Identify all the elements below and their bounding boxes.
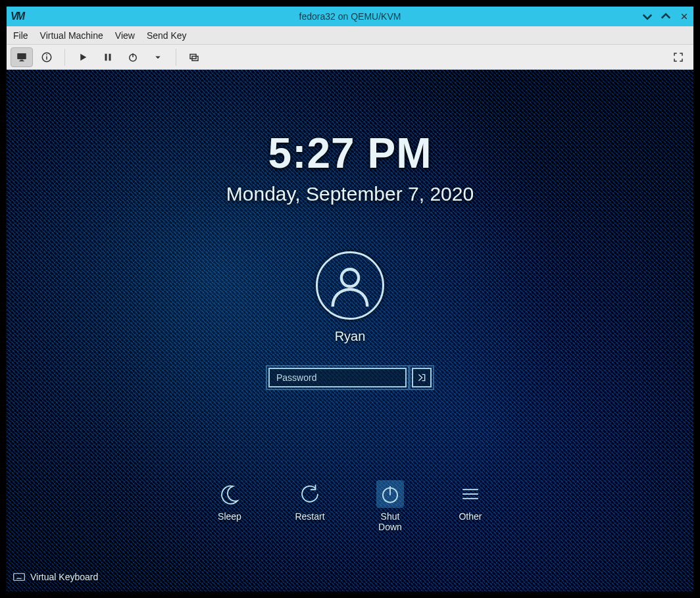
svg-rect-5 xyxy=(46,54,47,55)
power-restart-label: Restart xyxy=(295,512,324,522)
pause-icon xyxy=(102,51,114,63)
virtual-keyboard-label: Virtual Keyboard xyxy=(30,572,98,582)
monitor-icon xyxy=(16,51,28,63)
menu-virtual-machine[interactable]: Virtual Machine xyxy=(40,30,103,41)
sleep-icon xyxy=(216,480,243,508)
play-icon xyxy=(77,51,89,63)
power-shutdown[interactable]: Shut Down xyxy=(367,480,413,532)
titlebar: VM fedora32 on QEMU/KVM xyxy=(7,7,693,26)
console-view-button[interactable] xyxy=(11,47,33,67)
chevron-down-icon xyxy=(641,10,654,23)
power-icon xyxy=(127,51,139,63)
fullscreen-icon xyxy=(672,51,684,63)
login-submit-button[interactable] xyxy=(412,368,432,387)
caret-down-icon xyxy=(152,51,164,63)
window-controls xyxy=(641,10,691,23)
menu-view[interactable]: View xyxy=(115,30,135,41)
password-row xyxy=(268,368,432,387)
guest-display[interactable]: 5:27 PM Monday, September 7, 2020 Ryan xyxy=(7,70,693,591)
power-other[interactable]: Other xyxy=(447,480,493,532)
svg-point-12 xyxy=(341,269,359,286)
window-inner: VM fedora32 on QEMU/KVM File Virtual Mac… xyxy=(7,7,693,591)
window-title: fedora32 on QEMU/KVM xyxy=(7,11,693,22)
toolbar xyxy=(7,45,693,70)
close-icon xyxy=(680,12,688,20)
minimize-button[interactable] xyxy=(641,10,654,23)
enter-icon xyxy=(416,372,427,383)
shutdown-button[interactable] xyxy=(122,47,144,67)
details-view-button[interactable] xyxy=(36,47,58,67)
menu-file[interactable]: File xyxy=(13,30,28,41)
info-icon xyxy=(41,51,53,63)
snapshots-icon xyxy=(188,51,200,63)
svg-rect-7 xyxy=(109,53,111,61)
power-sleep[interactable]: Sleep xyxy=(207,480,253,532)
snapshots-button[interactable] xyxy=(183,47,205,67)
svg-rect-1 xyxy=(20,59,24,61)
restart-icon xyxy=(296,480,324,508)
password-input[interactable] xyxy=(268,368,407,387)
virt-manager-logo-icon: VM xyxy=(11,11,24,22)
avatar xyxy=(316,251,384,320)
shutdown-icon xyxy=(376,480,404,508)
svg-rect-18 xyxy=(14,574,25,581)
shutdown-menu-button[interactable] xyxy=(147,47,169,67)
toolbar-separator xyxy=(64,49,65,66)
other-icon xyxy=(457,480,484,508)
power-shutdown-label: Shut Down xyxy=(378,512,402,532)
run-button[interactable] xyxy=(72,47,94,67)
svg-rect-9 xyxy=(132,53,134,57)
svg-rect-6 xyxy=(105,53,107,61)
svg-rect-4 xyxy=(46,56,47,59)
fullscreen-button[interactable] xyxy=(667,47,689,67)
username-label: Ryan xyxy=(335,329,366,344)
keyboard-icon xyxy=(13,572,25,582)
power-row: Sleep Restart Shut Down xyxy=(207,480,493,532)
user-icon xyxy=(327,262,373,309)
power-sleep-label: Sleep xyxy=(218,512,241,522)
window-frame: VM fedora32 on QEMU/KVM File Virtual Mac… xyxy=(0,0,700,598)
power-restart[interactable]: Restart xyxy=(287,480,333,532)
close-button[interactable] xyxy=(678,10,691,23)
svg-rect-2 xyxy=(19,61,24,61)
virtual-keyboard-toggle[interactable]: Virtual Keyboard xyxy=(13,572,98,582)
menu-send-key[interactable]: Send Key xyxy=(147,30,187,41)
lock-clock: 5:27 PM xyxy=(268,129,432,178)
menubar: File Virtual Machine View Send Key xyxy=(7,26,693,45)
maximize-button[interactable] xyxy=(659,10,672,23)
svg-rect-0 xyxy=(17,53,26,59)
user-block: Ryan xyxy=(316,251,384,344)
power-other-label: Other xyxy=(459,512,482,522)
lock-date: Monday, September 7, 2020 xyxy=(226,183,474,205)
chevron-up-icon xyxy=(659,10,672,23)
pause-button[interactable] xyxy=(97,47,119,67)
toolbar-separator xyxy=(176,49,176,66)
